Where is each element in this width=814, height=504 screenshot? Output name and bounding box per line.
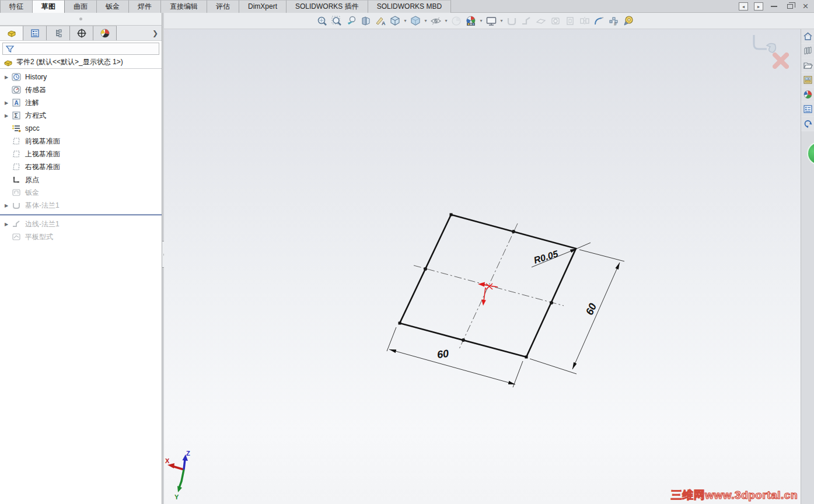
cancel-sketch-icon[interactable] [775,55,787,66]
midpoint-dot[interactable] [512,230,515,233]
collapsed-commandmanager[interactable] [0,13,162,26]
tab-displaymanager[interactable] [93,26,117,40]
sheet-metal-folder-icon [11,187,22,198]
tab-features[interactable]: 特征 [0,0,33,13]
section-view-icon[interactable] [359,14,373,28]
edit-appearance-icon[interactable] [449,14,463,28]
display-style-icon[interactable] [408,14,422,28]
tab-surfaces[interactable]: 曲面 [65,0,97,13]
expand-arrow-icon[interactable]: ▶ [2,203,11,208]
commandmanager-grip[interactable] [79,18,82,20]
dock-left-icon[interactable]: ◂ [739,2,748,10]
solidworks-resources-button[interactable] [801,29,814,44]
file-explorer-button[interactable] [801,58,814,73]
hide-show-items-icon[interactable] [429,14,443,28]
sketched-bend-icon[interactable] [592,14,606,28]
exit-sketch-icon[interactable] [754,35,775,52]
triad-z-label: Z [186,450,190,457]
appearance-sphere-icon [803,90,813,99]
close-button[interactable]: × [801,2,810,11]
appearances-scenes-button[interactable] [801,88,814,102]
triad-y-label: Y [174,494,179,501]
tab-propertymanager[interactable] [23,26,47,40]
tree-item-flat-pattern[interactable]: 平板型式 [0,230,162,243]
featuremanager-filter[interactable] [2,43,159,55]
tab-featuremanager-tree[interactable] [0,26,23,40]
view-settings-caret-icon[interactable]: ▾ [499,18,504,23]
sketch-vertex[interactable] [399,322,401,325]
tab-configurationmanager[interactable] [47,26,70,40]
zoom-to-fit-icon[interactable] [315,14,329,28]
tree-item-sensors[interactable]: 传感器 [0,83,162,96]
triad-x-label: X [165,457,170,464]
svg-text:A: A [382,20,386,26]
dimension-radius-text[interactable]: R0.05 [533,249,560,265]
tree-item-top-plane[interactable]: 上视基准面 [0,148,162,160]
dimension-width[interactable]: 60 [387,327,523,387]
home-icon [803,32,813,41]
midpoint-dot[interactable] [550,301,553,304]
expand-arrow-icon[interactable]: ▶ [2,100,11,106]
forming-tool-icon [549,14,563,28]
tree-item-annotations[interactable]: ▶ A 注解 [0,96,162,109]
view-settings-icon[interactable] [484,14,498,28]
tree-item-edge-flange[interactable]: ▶ 边线-法兰1 [0,218,162,230]
tab-direct-editing[interactable]: 直接编辑 [161,0,207,13]
tree-item-label: 边线-法兰1 [25,219,60,229]
tree-item-history[interactable]: ▶ History [0,71,162,83]
dimension-width-text[interactable]: 60 [436,348,450,361]
tab-sketch[interactable]: 草图 [33,0,65,13]
custom-properties-button[interactable] [801,102,814,117]
midpoint-dot[interactable] [462,338,465,342]
view-orientation-caret-icon[interactable]: ▾ [403,18,408,23]
expand-arrow-icon[interactable]: ▶ [2,222,11,227]
part-icon [6,28,17,38]
annotation-view-icon[interactable]: A [373,14,387,28]
design-library-button[interactable] [801,44,814,58]
view-palette-button[interactable] [801,73,814,88]
apply-scene-icon[interactable] [464,14,478,28]
previous-view-icon[interactable] [344,14,358,28]
dimension-radius[interactable]: R0.05 [532,243,591,267]
extruded-cut-icon [563,14,577,28]
tab-sheet-metal[interactable]: 钣金 [97,0,129,13]
part-title-row[interactable]: 零件2 (默认<<默认>_显示状态 1>) [0,56,162,69]
sketch-vertex[interactable] [525,356,528,359]
tree-item-right-plane[interactable]: 右视基准面 [0,160,162,173]
dock-right-icon[interactable]: ▸ [754,2,763,10]
lofted-bend-icon [534,14,548,28]
tree-item-material[interactable]: spcc [0,122,162,135]
tree-item-sheet-metal[interactable]: 钣金 [0,186,162,199]
expand-arrow-icon[interactable]: ▶ [2,75,11,80]
midpoint-dot[interactable] [424,267,427,271]
graphics-area[interactable]: 60 60 R0.05 X Z Y [164,29,801,504]
tree-item-equations[interactable]: ▶ Σ 方程式 [0,109,162,122]
tree-item-front-plane[interactable]: 前视基准面 [0,135,162,148]
zoom-to-area-icon[interactable] [330,14,344,28]
expand-arrow-icon[interactable]: ▶ [2,113,11,118]
sketch-canvas[interactable]: 60 60 R0.05 X Z Y [164,29,801,504]
measure-icon[interactable] [621,14,635,28]
rollback-bar[interactable] [0,214,162,215]
view-orientation-icon[interactable] [388,14,402,28]
tree-item-origin[interactable]: 原点 [0,173,162,186]
tab-dimxpert[interactable]: DimXpert [239,0,287,13]
tab-weldments[interactable]: 焊件 [129,0,161,13]
tab-dimxpertmanager[interactable] [70,26,93,40]
apply-scene-caret-icon[interactable]: ▾ [478,18,484,23]
tab-evaluate[interactable]: 评估 [207,0,239,13]
featuremanager-tabs-overflow[interactable]: ❯ [149,26,162,40]
forum-refresh-button[interactable] [801,117,814,131]
folder-icon [803,61,813,70]
sketch-vertex[interactable] [450,214,453,216]
dimension-height[interactable]: 60 [530,250,624,374]
minimize-button[interactable] [769,2,779,11]
pattern-icon[interactable]: # [607,14,621,28]
hide-show-caret-icon[interactable]: ▾ [443,18,449,23]
base-flange-icon [505,14,519,28]
tab-solidworks-mbd[interactable]: SOLIDWORKS MBD [368,0,451,13]
tree-item-base-flange[interactable]: ▶ 基体-法兰1 [0,199,162,212]
restore-button[interactable] [785,2,795,11]
display-style-caret-icon[interactable]: ▾ [423,18,428,23]
tab-solidworks-addins[interactable]: SOLIDWORKS 插件 [287,0,368,13]
